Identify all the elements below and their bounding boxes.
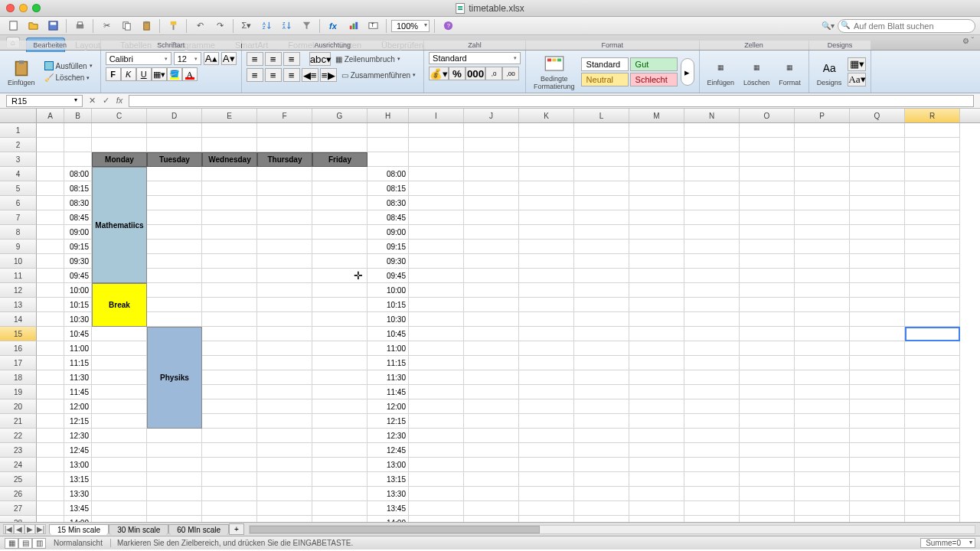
cell[interactable]: [202, 181, 257, 196]
cell[interactable]: 13:15: [64, 472, 92, 487]
cell[interactable]: [257, 443, 312, 458]
sheet-tab[interactable]: 60 MIn scale: [168, 524, 229, 535]
bold-button[interactable]: F: [106, 67, 121, 81]
cell[interactable]: [629, 385, 684, 399]
wrap-text-button[interactable]: ▦ Zeilenumbruch ▾: [332, 52, 403, 66]
cell[interactable]: [905, 138, 960, 152]
minimize-icon[interactable]: [19, 4, 28, 12]
cell[interactable]: [312, 269, 368, 283]
row-header[interactable]: 19: [0, 385, 37, 399]
cell[interactable]: [92, 356, 147, 370]
cell[interactable]: [312, 399, 368, 414]
cell[interactable]: [850, 516, 905, 522]
cell[interactable]: [629, 356, 684, 370]
thousands-icon[interactable]: 000: [466, 67, 485, 80]
cell[interactable]: [257, 429, 312, 443]
cell[interactable]: [312, 312, 368, 327]
cell[interactable]: [684, 138, 740, 152]
row-header[interactable]: 20: [0, 399, 37, 414]
cell[interactable]: [464, 167, 519, 181]
cell[interactable]: [519, 443, 574, 458]
cell[interactable]: [202, 487, 257, 501]
cell[interactable]: [202, 210, 257, 225]
cell[interactable]: [795, 167, 850, 181]
cell[interactable]: [519, 472, 574, 487]
cell[interactable]: [684, 399, 740, 414]
cell[interactable]: [629, 167, 684, 181]
cell[interactable]: [629, 225, 684, 240]
cell[interactable]: [464, 429, 519, 443]
row-header[interactable]: 14: [0, 312, 37, 327]
cell[interactable]: 08:15: [368, 181, 409, 196]
cell[interactable]: [147, 210, 202, 225]
cell[interactable]: [574, 196, 629, 210]
cell[interactable]: [64, 138, 92, 152]
cell[interactable]: [519, 167, 574, 181]
cell[interactable]: [409, 385, 464, 399]
cell[interactable]: [464, 254, 519, 269]
textbox-icon[interactable]: T: [364, 18, 381, 34]
cell[interactable]: [202, 385, 257, 399]
cell[interactable]: [574, 254, 629, 269]
cell[interactable]: [464, 472, 519, 487]
style-standard[interactable]: Standard: [581, 57, 629, 71]
cell[interactable]: [905, 254, 960, 269]
cell[interactable]: [147, 458, 202, 472]
cell[interactable]: 09:00: [368, 225, 409, 240]
cell[interactable]: [202, 458, 257, 472]
cell[interactable]: [795, 429, 850, 443]
cell[interactable]: [519, 283, 574, 298]
cell[interactable]: [257, 138, 312, 152]
cell[interactable]: [740, 443, 795, 458]
decrease-font-icon[interactable]: A▾: [221, 52, 237, 65]
cell[interactable]: [519, 370, 574, 385]
cell[interactable]: [795, 210, 850, 225]
row-header[interactable]: 18: [0, 370, 37, 385]
style-more-icon[interactable]: ▸: [681, 58, 694, 86]
cell[interactable]: [37, 152, 64, 167]
cell[interactable]: [464, 501, 519, 516]
cell[interactable]: [740, 181, 795, 196]
open-icon[interactable]: [24, 18, 41, 34]
tab-nav[interactable]: |◀◀▶▶|: [0, 524, 49, 534]
cell[interactable]: [684, 210, 740, 225]
cell[interactable]: [795, 341, 850, 356]
cell[interactable]: [464, 516, 519, 522]
orientation-icon[interactable]: abc▾: [309, 52, 331, 66]
cell[interactable]: [629, 501, 684, 516]
cell[interactable]: [409, 123, 464, 138]
cell[interactable]: [629, 312, 684, 327]
help-icon[interactable]: ?: [439, 18, 456, 34]
cell[interactable]: [464, 327, 519, 341]
merge-button[interactable]: ▭ Zusammenführen ▾: [338, 68, 419, 82]
cell[interactable]: [409, 429, 464, 443]
cell[interactable]: [464, 123, 519, 138]
row-header[interactable]: 12: [0, 283, 37, 298]
cell[interactable]: [202, 196, 257, 210]
cell[interactable]: [37, 327, 64, 341]
cell[interactable]: 09:30: [368, 254, 409, 269]
cell[interactable]: [905, 443, 960, 458]
cell[interactable]: [684, 443, 740, 458]
cell[interactable]: [795, 181, 850, 196]
cell[interactable]: [92, 443, 147, 458]
cell[interactable]: [37, 312, 64, 327]
cell[interactable]: [850, 196, 905, 210]
cell[interactable]: [795, 487, 850, 501]
close-icon[interactable]: [6, 4, 15, 12]
cell[interactable]: [409, 225, 464, 240]
cell[interactable]: [464, 298, 519, 312]
cell[interactable]: [905, 312, 960, 327]
cell[interactable]: [519, 385, 574, 399]
cell[interactable]: [92, 458, 147, 472]
cell[interactable]: [147, 123, 202, 138]
cell[interactable]: [464, 487, 519, 501]
cell[interactable]: [740, 487, 795, 501]
cell[interactable]: [519, 298, 574, 312]
cell[interactable]: [684, 501, 740, 516]
cell[interactable]: [92, 414, 147, 429]
cell[interactable]: [202, 254, 257, 269]
cell[interactable]: 09:45: [368, 269, 409, 283]
cell[interactable]: [795, 385, 850, 399]
cell[interactable]: [368, 138, 409, 152]
